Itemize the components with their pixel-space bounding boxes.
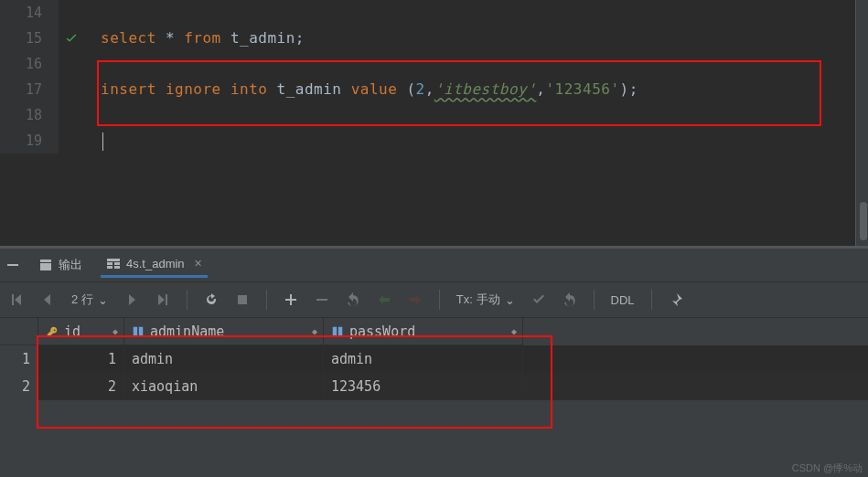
cell-password[interactable]: 123456	[324, 373, 523, 400]
svg-rect-1	[238, 295, 247, 304]
last-page-icon[interactable]	[155, 292, 170, 307]
editor-gutter: 14 15 16 17 18 19	[0, 0, 59, 154]
tab-data-table[interactable]: 4s.t_admin ✕	[101, 253, 208, 278]
column-header-adminname[interactable]: adminName ◆	[124, 318, 324, 345]
grid-header-row: id ◆ adminName ◆ passWord ◆	[0, 318, 868, 345]
line-number: 16	[0, 51, 59, 77]
row-index: 1	[0, 345, 38, 373]
chevron-down-icon: ⌄	[505, 293, 515, 307]
row-count-label: 2 行	[71, 292, 93, 308]
rollback-arrow-icon[interactable]	[408, 292, 423, 307]
separator	[187, 290, 188, 310]
result-tabs: 输出 4s.t_admin ✕	[0, 249, 868, 281]
chevron-down-icon: ⌄	[98, 293, 108, 307]
tx-mode-dropdown[interactable]: Tx: 手动 ⌄	[456, 292, 515, 308]
reload-icon[interactable]	[204, 292, 219, 307]
watermark: CSDN @悸%动	[792, 461, 863, 475]
line-number: 19	[0, 128, 59, 154]
separator	[594, 290, 595, 310]
tx-label: Tx: 手动	[456, 292, 500, 308]
code-line: select * from t_admin;	[101, 26, 868, 51]
line-number-text: 15	[26, 30, 42, 47]
svg-rect-0	[7, 264, 18, 266]
result-panel: 输出 4s.t_admin ✕ 2 行 ⌄ Tx: 手动 ⌄ DDL	[0, 249, 868, 477]
table-row[interactable]: 1 1 admin admin	[0, 345, 868, 373]
editor-panel: 14 15 16 17 18 19 select * from t_admin;…	[0, 0, 868, 154]
sort-icon[interactable]: ◆	[113, 326, 118, 336]
data-grid[interactable]: id ◆ adminName ◆ passWord ◆ 1 1 admin ad…	[0, 318, 868, 400]
column-label: adminName	[150, 323, 224, 340]
code-area[interactable]: select * from t_admin; insert ignore int…	[101, 0, 868, 154]
minimize-icon[interactable]	[5, 258, 20, 272]
prev-page-icon[interactable]	[40, 292, 55, 307]
output-icon	[38, 258, 53, 272]
cell-password[interactable]: admin	[324, 345, 523, 373]
check-icon	[64, 30, 79, 45]
delete-row-icon[interactable]	[315, 292, 329, 307]
pin-icon[interactable]	[669, 292, 683, 307]
ddl-button[interactable]: DDL	[611, 293, 635, 307]
table-row[interactable]: 2 2 xiaoqian 123456	[0, 373, 868, 400]
column-icon	[331, 325, 344, 338]
add-row-icon[interactable]	[284, 292, 298, 307]
next-page-icon[interactable]	[124, 292, 139, 307]
cell-adminname[interactable]: admin	[124, 345, 324, 373]
column-header-id[interactable]: id ◆	[38, 318, 124, 345]
caret	[102, 132, 103, 151]
first-page-icon[interactable]	[9, 292, 24, 307]
row-index: 2	[0, 373, 38, 400]
line-number: 15	[0, 26, 59, 51]
tab-output[interactable]: 输出	[33, 253, 88, 277]
column-header-password[interactable]: passWord ◆	[324, 318, 523, 345]
code-line	[101, 0, 868, 26]
separator	[266, 290, 267, 310]
line-number: 17	[0, 77, 59, 102]
close-icon[interactable]: ✕	[194, 258, 202, 270]
commit-arrow-icon[interactable]	[377, 292, 391, 307]
line-number: 18	[0, 102, 59, 128]
tab-label: 输出	[59, 257, 82, 273]
sort-icon[interactable]: ◆	[312, 326, 317, 336]
row-count-dropdown[interactable]: 2 行 ⌄	[71, 292, 108, 308]
cell-id[interactable]: 1	[38, 345, 124, 373]
code-line	[101, 102, 868, 128]
cell-id[interactable]: 2	[38, 373, 124, 400]
key-icon	[46, 325, 59, 338]
table-icon	[106, 257, 121, 271]
stop-icon[interactable]	[235, 292, 250, 307]
cell-adminname[interactable]: xiaoqian	[124, 373, 324, 400]
code-line	[101, 128, 868, 154]
grid-body: 1 1 admin admin 2 2 xiaoqian 123456	[0, 345, 868, 400]
column-icon	[132, 325, 145, 338]
commit-check-icon[interactable]	[531, 292, 546, 307]
column-label: id	[64, 323, 80, 340]
revert-icon[interactable]	[346, 292, 360, 307]
line-number: 14	[0, 0, 59, 26]
tab-label: 4s.t_admin	[126, 257, 185, 270]
column-label: passWord	[349, 323, 415, 340]
scrollbar-thumb[interactable]	[860, 202, 867, 240]
code-line: insert ignore into t_admin value (2,'itb…	[101, 77, 868, 102]
result-toolbar: 2 行 ⌄ Tx: 手动 ⌄ DDL	[0, 281, 868, 318]
scrollbar-vertical[interactable]	[855, 0, 868, 246]
svg-rect-2	[316, 299, 327, 301]
code-line	[101, 51, 868, 77]
sort-icon[interactable]: ◆	[511, 326, 517, 336]
grid-corner	[0, 318, 38, 345]
rollback-undo-icon[interactable]	[563, 292, 577, 307]
separator	[651, 290, 652, 310]
separator	[439, 290, 440, 310]
